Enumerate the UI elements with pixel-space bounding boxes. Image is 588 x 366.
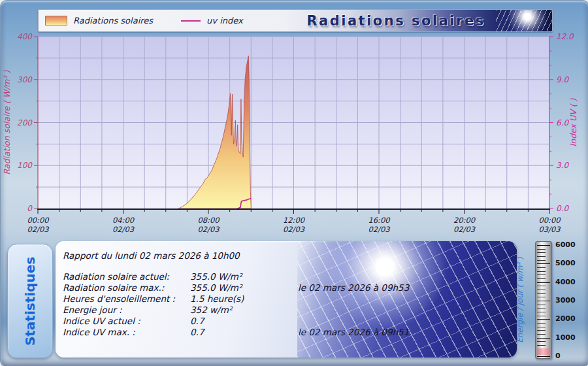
svg-text:6.0: 6.0	[556, 118, 569, 127]
left-axis-tick-labels: 4003002001000	[17, 32, 33, 213]
statistics-tab-label: Statistiques	[22, 256, 38, 345]
svg-text:02/03: 02/03	[112, 225, 135, 234]
svg-text:16:00: 16:00	[368, 216, 391, 225]
gauge-major-tick	[537, 301, 550, 301]
gauge-minor-tick	[537, 256, 546, 257]
gauge-minor-tick	[537, 297, 546, 297]
svg-text:08:00: 08:00	[197, 216, 220, 225]
left-axis-title: Radiation solaire ( W/m² )	[2, 69, 12, 175]
stat-label: Indice UV max. :	[63, 327, 190, 338]
gauge-minor-tick	[537, 260, 546, 261]
svg-text:12:00: 12:00	[283, 216, 306, 225]
gauge-minor-tick	[537, 274, 546, 275]
gauge-value-fill	[537, 348, 550, 355]
gauge-minor-tick	[537, 341, 546, 342]
gauge-major-tick	[537, 245, 550, 246]
svg-text:02/03: 02/03	[27, 225, 50, 234]
energy-gauge-labels: 6000500040003000200010000	[555, 241, 585, 359]
stat-row: Indice UV actuel :0.7	[63, 316, 512, 327]
gauge-major-tick	[537, 282, 550, 283]
gauge-tick-label: 3000	[555, 296, 576, 305]
stat-date	[298, 305, 512, 316]
gauge-major-tick	[537, 319, 550, 320]
stat-label: Radiation solaire actuel:	[63, 271, 190, 282]
gauge-minor-tick	[537, 252, 546, 253]
gauge-minor-tick	[537, 316, 546, 316]
stat-value: 1.5 heure(s)	[190, 293, 298, 305]
stat-row: Indice UV max. :0.7le 02 mars 2026 à 09h…	[63, 327, 512, 338]
svg-text:12.0: 12.0	[556, 32, 574, 41]
stat-label: Indice UV actuel :	[63, 316, 190, 327]
gauge-minor-tick	[537, 327, 546, 327]
svg-text:02/03: 02/03	[453, 225, 476, 234]
stat-label: Heures d'ensoleillement :	[63, 293, 190, 305]
svg-text:400: 400	[17, 32, 33, 41]
svg-text:200: 200	[17, 118, 33, 127]
stat-row: Heures d'ensoleillement :1.5 heure(s)	[63, 293, 512, 305]
svg-text:03/03: 03/03	[538, 225, 561, 234]
gauge-minor-tick	[537, 271, 546, 272]
statistics-panel: Rapport du lundi 02 mars 2026 à 10h00 Ra…	[56, 241, 517, 358]
gauge-minor-tick	[537, 330, 546, 331]
gauge-minor-tick	[537, 290, 546, 290]
gauge-minor-tick	[537, 312, 546, 312]
gauge-minor-tick	[537, 345, 546, 346]
svg-text:20:00: 20:00	[453, 216, 476, 225]
gauge-minor-tick	[537, 293, 546, 294]
stat-date	[298, 316, 512, 327]
gauge-major-tick	[537, 338, 550, 339]
energy-gauge-title: Energie / jour ( w/m² )	[514, 241, 526, 359]
gauge-major-tick	[537, 356, 550, 357]
statistics-rows: Radiation solaire actuel:355.0 W/m²Radia…	[63, 271, 512, 338]
gauge-minor-tick	[537, 323, 546, 324]
stat-date	[298, 293, 512, 305]
stat-label: Energie jour :	[63, 305, 190, 316]
stat-row: Radiation solaire actuel:355.0 W/m²	[63, 271, 512, 282]
svg-text:04:00: 04:00	[112, 216, 135, 225]
gauge-minor-tick	[537, 267, 546, 268]
gauge-minor-tick	[537, 305, 546, 305]
svg-text:100: 100	[17, 161, 33, 170]
svg-text:9.0: 9.0	[556, 75, 569, 84]
stat-row: Radiation solaire max.:355.0 W/m²le 02 m…	[63, 282, 512, 293]
stat-value: 355.0 W/m²	[190, 271, 298, 282]
gauge-tick-label: 1000	[555, 333, 576, 342]
svg-text:02/03: 02/03	[197, 225, 220, 234]
gauge-major-tick	[537, 263, 550, 264]
stat-value: 0.7	[190, 327, 298, 338]
gauge-tick-label: 4000	[555, 278, 576, 286]
gauge-tick-label: 2000	[555, 314, 576, 323]
svg-text:00:00: 00:00	[27, 216, 50, 225]
svg-text:0: 0	[27, 204, 33, 213]
gauge-minor-tick	[537, 278, 546, 279]
svg-text:3.0: 3.0	[556, 161, 569, 170]
right-axis-title: Index UV ( )	[568, 97, 578, 146]
gauge-minor-tick	[537, 249, 546, 250]
gauge-minor-tick	[537, 286, 546, 286]
stat-date: le 02 mars 2026 à 09h51	[298, 327, 512, 338]
gauge-tick-label: 0	[555, 352, 561, 360]
svg-text:02/03: 02/03	[368, 225, 391, 234]
energy-gauge	[535, 241, 552, 359]
statistics-tab[interactable]: Statistiques	[7, 244, 53, 358]
energy-gauge-title-text: Energie / jour ( w/m² )	[515, 257, 525, 343]
weather-station-window: Radiations solaires uv index Radiations …	[0, 0, 588, 366]
stat-row: Energie jour :352 w/m²	[63, 305, 512, 316]
svg-text:0.0: 0.0	[556, 204, 569, 213]
stat-value: 355.0 W/m²	[190, 282, 298, 293]
stat-label: Radiation solaire max.:	[63, 282, 190, 293]
stat-value: 0.7	[190, 316, 298, 327]
svg-text:300: 300	[17, 75, 33, 84]
report-title: Rapport du lundi 02 mars 2026 à 10h00	[63, 250, 240, 261]
gauge-minor-tick	[537, 334, 546, 335]
stat-date: le 02 mars 2026 à 09h53	[298, 282, 512, 293]
stat-value: 352 w/m²	[190, 305, 298, 316]
x-axis-tick-labels: 00:0002/0304:0002/0308:0002/0312:0002/03…	[27, 216, 561, 234]
radiation-chart: 400300200100012.09.06.03.00.000:0002/030…	[1, 1, 588, 237]
gauge-tick-label: 5000	[555, 259, 576, 267]
svg-text:02/03: 02/03	[283, 225, 306, 234]
stat-date	[298, 271, 512, 282]
gauge-tick-label: 6000	[555, 241, 576, 249]
svg-text:00:00: 00:00	[538, 216, 561, 225]
gauge-minor-tick	[537, 308, 546, 308]
